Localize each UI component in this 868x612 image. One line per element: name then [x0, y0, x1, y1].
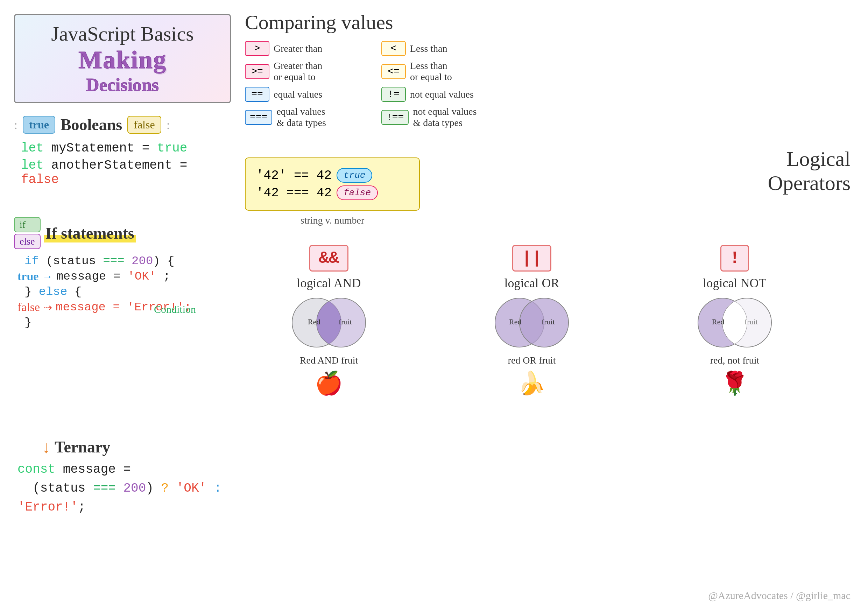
venn-and: Red fruit: [280, 294, 378, 351]
deco-colon-left: :: [14, 118, 17, 132]
bool-code-1: let myStatement = true: [14, 141, 224, 155]
svg-text:Red: Red: [509, 318, 521, 326]
title-making: Making: [26, 45, 219, 74]
logical-or-name: logical OR: [504, 276, 560, 290]
equal-row-2: '42 === 42 false: [256, 186, 409, 200]
logical-and-name: logical AND: [297, 276, 361, 290]
op-row-lt: < Less than: [381, 41, 511, 56]
equal-box: '42' == 42 true '42 === 42 false: [245, 158, 420, 211]
if-title-row: if else If statements: [14, 217, 252, 249]
op-text-lte: Less thanor equal to: [410, 60, 452, 82]
op-badge-neq: !=: [381, 87, 406, 102]
badge-else: else: [14, 234, 40, 249]
ternary-code: const message = (status === 200) ? 'OK' …: [14, 460, 259, 517]
logical-not-item: ! logical NOT Red fruit red, not fruit 🌹: [644, 245, 826, 397]
condition-label: Condition: [154, 304, 196, 315]
logical-or-item: || logical OR Red fruit red OR fruit 🍌: [441, 245, 623, 397]
booleans-title-row: : true Booleans false :: [14, 115, 224, 134]
result-true: true: [336, 168, 372, 183]
title-js: JavaScript Basics: [26, 22, 219, 45]
venn-not-svg: Red fruit: [686, 294, 784, 351]
logical-not-badge: !: [720, 245, 749, 271]
op-row-lte: <= Less thanor equal to: [381, 60, 511, 82]
venn-not-label: red, not fruit: [710, 355, 760, 366]
op-text-gte: Greater thanor equal to: [274, 60, 322, 82]
op-row-gte: >= Greater thanor equal to: [245, 60, 374, 82]
op-badge-lte: <=: [381, 64, 406, 79]
eq-expr-1: '42' == 42: [256, 168, 332, 183]
op-text-eq: equal values: [274, 89, 322, 100]
venn-and-label: Red AND fruit: [300, 355, 358, 366]
if-title-label: If statements: [44, 224, 136, 242]
ternary-arrow: ↓ Ternary: [14, 437, 259, 457]
down-arrow-icon: ↓: [42, 437, 50, 457]
if-code-1: if (status === 200) {: [14, 254, 252, 268]
op-text-lt: Less than: [410, 43, 448, 54]
equal-example: '42' == 42 true '42 === 42 false string …: [245, 158, 420, 226]
equal-note: string v. number: [245, 215, 420, 226]
svg-text:fruit: fruit: [542, 318, 555, 326]
if-statements-section: if else If statements if (status === 200…: [14, 217, 252, 315]
page: JavaScript Basics Making Decisions : tru…: [0, 0, 868, 612]
fruit-or: 🍌: [518, 370, 546, 397]
eq-expr-2: '42 === 42: [256, 186, 332, 200]
operators-grid: > Greater than < Less than >= Greater th…: [245, 41, 511, 129]
comparing-section: Comparing values > Greater than < Less t…: [245, 11, 511, 129]
if-close: }: [14, 316, 252, 329]
logical-title: LogicalOperators: [767, 147, 851, 195]
true-label: true: [17, 270, 39, 283]
true-arrow-icon: →: [42, 271, 53, 282]
svg-text:Red: Red: [712, 318, 724, 326]
title-box: JavaScript Basics Making Decisions: [14, 14, 231, 103]
venn-or: Red fruit: [483, 294, 581, 351]
if-badge-col: if else: [14, 217, 40, 249]
op-text-strict-neq: not equal values& data types: [413, 106, 476, 129]
logical-title-text: LogicalOperators: [767, 147, 851, 195]
badge-false: false: [127, 116, 161, 134]
true-arrow: true → message = 'OK' ;: [14, 270, 252, 283]
op-badge-strict-eq: ===: [245, 110, 272, 125]
bool-code-2: let anotherStatement = false: [14, 158, 224, 187]
false-arrow-icon: ⇢: [43, 301, 52, 313]
op-row-gt: > Greater than: [245, 41, 374, 56]
logical-or-badge: ||: [512, 245, 551, 271]
comparing-title: Comparing values: [245, 11, 511, 34]
ternary-label: Ternary: [54, 438, 110, 456]
op-badge-lt: <: [381, 41, 406, 56]
op-row-neq: != not equal values: [381, 87, 511, 102]
badge-if: if: [14, 217, 40, 232]
logical-and-badge: &&: [309, 245, 349, 271]
svg-text:fruit: fruit: [339, 318, 352, 326]
op-badge-gt: >: [245, 41, 270, 56]
fruit-not: 🌹: [721, 370, 749, 397]
venn-and-svg: Red fruit: [280, 294, 378, 351]
false-label: false: [17, 301, 40, 314]
fruit-and: 🍎: [315, 370, 343, 397]
op-text-gt: Greater than: [274, 43, 322, 54]
svg-text:Red: Red: [308, 318, 320, 326]
booleans-section: : true Booleans false : let myStatement …: [14, 115, 224, 190]
op-badge-gte: >=: [245, 64, 270, 79]
if-message-ok: message = 'OK' ;: [56, 270, 170, 283]
booleans-label: Booleans: [60, 115, 122, 134]
title-decisions: Decisions: [26, 74, 219, 95]
svg-text:fruit: fruit: [744, 318, 758, 326]
logical-and-item: && logical AND Red fruit Red AND fruit 🍎: [238, 245, 420, 397]
op-row-strict-eq: === equal values& data types: [245, 106, 374, 129]
ternary-section: ↓ Ternary const message = (status === 20…: [14, 437, 259, 517]
watermark: @AzureAdvocates / @girlie_mac: [708, 590, 851, 601]
logical-section: && logical AND Red fruit Red AND fruit 🍎: [238, 245, 850, 397]
logical-not-name: logical NOT: [703, 276, 767, 290]
op-text-strict-eq: equal values& data types: [276, 106, 326, 129]
deco-colon-right: :: [167, 118, 170, 132]
if-else: } else {: [14, 285, 252, 299]
op-row-eq: == equal values: [245, 87, 374, 102]
op-text-neq: not equal values: [410, 89, 474, 100]
result-false: false: [336, 186, 378, 200]
op-row-strict-neq: !== not equal values& data types: [381, 106, 511, 129]
op-badge-strict-neq: !==: [381, 110, 409, 125]
venn-not: Red fruit: [686, 294, 784, 351]
venn-or-label: red OR fruit: [508, 355, 556, 366]
equal-row-1: '42' == 42 true: [256, 168, 409, 183]
condition-annotation: Condition: [154, 304, 252, 315]
